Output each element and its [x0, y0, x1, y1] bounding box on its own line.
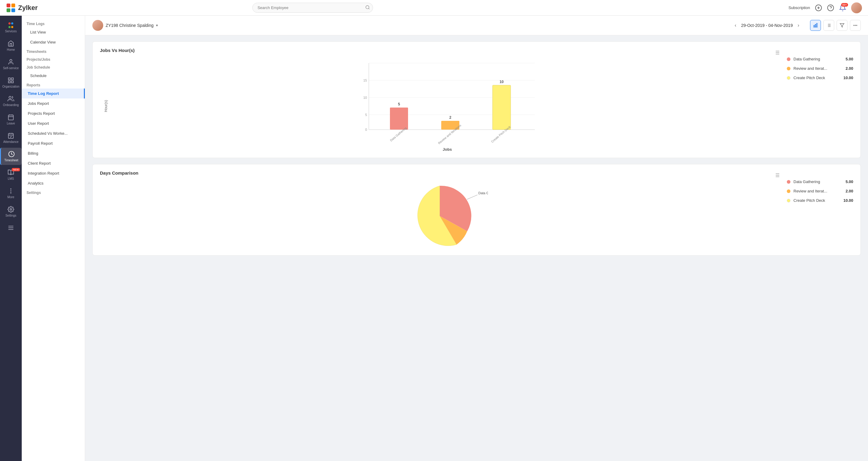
pie-chart-main: Days Comparison ☰ — [100, 170, 780, 249]
sidebar-item-time-log-report[interactable]: Time Log Report — [22, 88, 85, 98]
self-service-label: Self-service — [3, 66, 19, 70]
pie-chart-menu[interactable]: ☰ — [775, 173, 780, 178]
reports-section: Reports — [22, 81, 85, 88]
date-nav: ‹ 29-Oct-2019 - 04-Nov-2019 › — [734, 22, 800, 29]
sidebar-item-integration-report[interactable]: Integration Report — [22, 168, 85, 178]
logo-text: Zylker — [18, 4, 38, 12]
lms-label: LMS — [8, 177, 14, 180]
sidebar-item-scheduled-vs-worked[interactable]: Scheduled Vs Worke... — [22, 128, 85, 138]
dots-icon — [7, 22, 14, 28]
more-label: More — [7, 196, 14, 199]
svg-rect-62 — [493, 85, 511, 129]
user-avatar[interactable] — [851, 2, 862, 13]
sidebar-item-settings[interactable]: Settings — [0, 203, 22, 220]
sidebar-item-projects-report[interactable]: Projects Report — [22, 109, 85, 118]
legend-item-data-gathering: Data Gathering 5.00 — [787, 57, 853, 61]
onboarding-icon — [7, 95, 14, 102]
pie-legend-label-data-gathering: Data Gathering — [794, 179, 838, 184]
pie-legend-value-review: 2.00 — [841, 189, 853, 193]
employee-selector[interactable]: ZY198 Christine Spalding ▾ — [92, 20, 158, 31]
org-icon — [7, 77, 14, 84]
pie-chart-title: Days Comparison — [100, 170, 138, 175]
sidebar-item-calendar-view[interactable]: Calendar View — [22, 37, 85, 47]
legend-label-data-gathering: Data Gathering — [794, 57, 838, 61]
next-date-button[interactable]: › — [797, 22, 800, 29]
sidebar-item-billing[interactable]: Billing — [22, 148, 85, 158]
svg-text:10: 10 — [499, 80, 504, 84]
header-actions — [810, 20, 861, 31]
sidebar-item-user-report[interactable]: User Report — [22, 118, 85, 128]
x-axis-label: Jobs — [115, 147, 780, 152]
sidebar-item-jobs-report[interactable]: Jobs Report — [22, 98, 85, 109]
svg-rect-12 — [8, 78, 10, 80]
y-axis-label: Hour(s) — [104, 100, 108, 112]
logo[interactable]: Zylker — [6, 3, 42, 13]
search-button[interactable] — [365, 5, 370, 10]
bar-chart-legend: Data Gathering 5.00 Review and Iterat...… — [787, 48, 853, 152]
main-layout: Services Home Self-service Organization … — [0, 16, 868, 461]
sidebar-item-payroll-report[interactable]: Payroll Report — [22, 138, 85, 148]
sidebar-item-timesheet[interactable]: Timesheet — [0, 148, 22, 165]
search-input[interactable] — [252, 3, 373, 13]
legend-dot-data-gathering — [787, 57, 790, 61]
bar-chart-header: Jobs Vs Hour(s) ☰ — [100, 48, 780, 58]
legend-value-data-gathering: 5.00 — [841, 57, 853, 61]
sidebar-item-onboarding[interactable]: Onboarding — [0, 92, 22, 110]
svg-text:10: 10 — [363, 96, 367, 99]
svg-point-44 — [855, 25, 856, 26]
charts-container: Jobs Vs Hour(s) ☰ Hour(s) — [85, 35, 868, 262]
content-area: ZY198 Christine Spalding ▾ ‹ 29-Oct-2019… — [85, 16, 868, 461]
sidebar-item-services[interactable]: Services — [0, 19, 22, 36]
sidebar-item-home[interactable]: Home — [0, 37, 22, 54]
bar-chart-main: Jobs Vs Hour(s) ☰ Hour(s) — [100, 48, 780, 152]
pie-legend-value-pitch-deck: 10.00 — [841, 198, 853, 203]
sidebar-item-menu[interactable] — [0, 222, 22, 234]
add-icon[interactable] — [815, 4, 822, 11]
svg-text:15: 15 — [363, 79, 367, 82]
sidebar-item-more[interactable]: More — [0, 184, 22, 202]
search-bar — [252, 3, 373, 13]
svg-text:5: 5 — [398, 102, 400, 106]
sidebar-item-list-view[interactable]: List View — [22, 27, 85, 37]
sidebar-item-self-service[interactable]: Self-service — [0, 56, 22, 73]
svg-point-11 — [10, 59, 12, 62]
projects-jobs-section: Projects/Jobs — [22, 55, 85, 63]
sidebar-item-organization[interactable]: Organization — [0, 74, 22, 91]
sidebar-item-attendance[interactable]: Attendance — [0, 129, 22, 146]
sidebar-item-lms[interactable]: LMS NEW — [0, 166, 22, 183]
prev-date-button[interactable]: ‹ — [734, 22, 737, 29]
bar-chart-icon — [813, 23, 818, 28]
filter-icon — [840, 23, 844, 28]
bar-chart-title: Jobs Vs Hour(s) — [100, 48, 134, 53]
svg-line-65 — [467, 195, 477, 199]
timesheets-section: Timesheets — [22, 47, 85, 55]
notification-icon[interactable]: 99+ — [839, 4, 846, 11]
sidebar-item-analytics[interactable]: Analytics — [22, 178, 85, 188]
gear-icon — [7, 206, 14, 213]
bar-chart-menu[interactable]: ☰ — [775, 50, 780, 56]
svg-rect-34 — [815, 25, 816, 27]
chart-view-button[interactable] — [810, 20, 821, 31]
more-options-button[interactable] — [850, 20, 861, 31]
attendance-label: Attendance — [3, 140, 19, 144]
attendance-icon — [7, 132, 14, 139]
pie-chart-header: Days Comparison ☰ — [100, 170, 780, 180]
list-view-button[interactable] — [823, 20, 834, 31]
svg-rect-0 — [7, 3, 10, 7]
pie-legend-value-data-gathering: 5.00 — [841, 179, 853, 184]
svg-point-45 — [857, 25, 857, 26]
svg-text:Data Gathering,5: Data Gathering,5 — [478, 191, 488, 195]
filter-button[interactable] — [837, 20, 847, 31]
sidebar-item-leave[interactable]: Leave — [0, 111, 22, 128]
ellipsis-icon — [853, 23, 858, 28]
subscription-button[interactable]: Subscription — [788, 5, 810, 10]
help-icon[interactable] — [827, 4, 834, 11]
svg-rect-3 — [11, 8, 15, 12]
sidebar-item-schedule[interactable]: Schedule — [22, 71, 85, 81]
svg-rect-35 — [816, 23, 817, 27]
person-icon — [7, 59, 14, 65]
svg-point-28 — [10, 193, 11, 193]
sidebar-item-client-report[interactable]: Client Report — [22, 158, 85, 168]
pie-chart-card: Days Comparison ☰ — [92, 164, 861, 256]
svg-line-5 — [369, 8, 369, 9]
